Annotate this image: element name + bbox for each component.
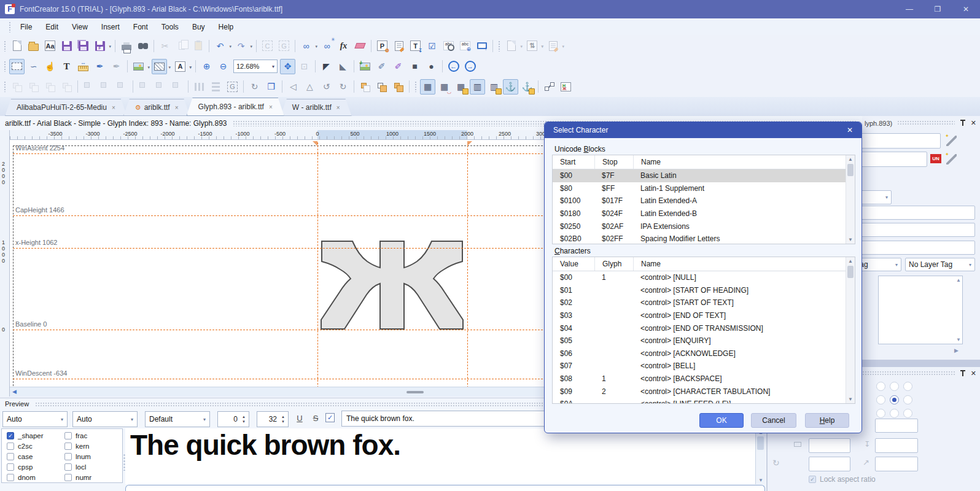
column-header-name[interactable]: Name [633,155,846,169]
font-color-button[interactable]: A▾ [173,59,188,74]
scroll-left-icon[interactable]: ◀ [12,389,17,395]
lock-grid-button[interactable]: ▦ [453,79,469,95]
show-guidelines-button[interactable]: ▥ [470,79,485,95]
feature-checkbox[interactable] [7,453,14,460]
distribute-vertically-button[interactable] [208,79,224,95]
insert-composite-member-button[interactable]: G [225,79,240,95]
spinner-arrows-icon[interactable]: ▲▼ [240,414,249,424]
origin-radio-1-1[interactable] [890,395,899,404]
next-glyph-button[interactable]: → [462,59,478,74]
table-row[interactable]: $02<control> [START OF TEXT] [553,296,846,309]
new-window-button[interactable]: ▾ [504,38,519,53]
feature-locl[interactable]: locl [64,463,86,471]
magic-wand-icon[interactable] [946,154,957,164]
origin-radio-2-2[interactable] [903,409,912,418]
autonaming-button[interactable]: abc [441,38,456,53]
contour-operations-button[interactable] [542,79,557,95]
table-scrollbar[interactable]: ▲▼ [846,155,855,244]
menu-item-buy[interactable]: Buy [185,20,212,34]
menu-item-file[interactable]: File [14,20,39,34]
previous-glyph-button[interactable]: ← [446,59,461,74]
menu-item-view[interactable]: View [65,20,95,34]
feature-kern[interactable]: kern [64,443,89,450]
table-scrollbar[interactable]: ▲▼ [846,257,855,403]
language-combobox[interactable]: Auto▾ [72,411,138,427]
dropdown-caret-icon[interactable]: ▾ [541,44,543,49]
flip-vertical-button[interactable]: △ [302,79,317,95]
formula-button[interactable]: fx [336,38,351,53]
maximize-icon[interactable]: ❐ [924,0,952,18]
zoom-out-button[interactable]: ⊖ [216,59,231,74]
smooth-brush-button[interactable]: ✐ [374,59,389,74]
show-anchors-button[interactable]: ⚓ [503,79,518,95]
strikeout-button[interactable]: S [313,414,319,423]
preview-scrollbar[interactable]: ▲ ▼ [755,428,765,484]
glyph-properties-button[interactable]: P⚙ [375,38,390,53]
background-image-button[interactable]: ▾ [131,59,146,74]
exclude-contours-button[interactable] [391,79,406,95]
close-icon[interactable]: ✕ [952,0,980,18]
form-editor-button[interactable] [391,38,406,53]
table-row[interactable]: $081<control> [BACKSPACE] [553,373,846,385]
align-left-button[interactable] [81,79,96,95]
lock-guidelines-button[interactable]: ▥ [486,79,502,95]
draw-ellipse-button[interactable]: ● [424,59,439,74]
anchors-listbox[interactable]: ▲ ▼ [878,276,963,344]
dropdown-caret-icon[interactable]: ▾ [168,65,171,70]
column-header-glyph[interactable]: Glyph [594,257,633,271]
menu-item-insert[interactable]: Insert [95,20,126,34]
freehand-tool-button[interactable]: ∽ [26,59,41,74]
sort-glyphs-button[interactable]: ⇅▾ [524,38,540,53]
feature-cpsp[interactable]: cpsp [7,463,33,471]
table-row[interactable]: $06<control> [ACKNOWLEDGE] [553,347,846,360]
draw-brush-button[interactable]: ✐ [391,59,406,74]
origin-radio-0-0[interactable] [876,382,885,391]
zoom-rectangle-button[interactable]: ⊡ [297,59,312,74]
feature-lnum[interactable]: lnum [64,453,91,460]
open-font-button[interactable] [26,38,41,53]
tab-alibabapuhuiti-2-65-mediu[interactable]: AlibabaPuHuiTi-2-65-Mediu× [5,99,127,116]
feature-checkbox[interactable] [64,432,72,439]
origin-radio-2-1[interactable] [890,409,899,418]
feature-checkbox[interactable] [7,463,14,471]
find-glyph-button[interactable] [135,38,150,53]
align-right-button[interactable] [114,79,130,95]
scroll-up-icon[interactable]: ▲ [848,258,853,264]
origin-radio-0-1[interactable] [890,382,899,391]
feature-c2sc[interactable]: c2sc [7,443,33,450]
cancel-button[interactable]: Cancel [751,413,796,428]
lock-aspect-checkbox[interactable]: ✓ [809,476,816,483]
layer-tag-dropdown[interactable]: No Layer Tag ▾ [905,258,975,271]
pin-icon[interactable] [960,120,966,127]
dropdown-caret-icon[interactable]: ▾ [109,44,111,49]
scroll-up-icon[interactable]: ▲ [956,277,961,283]
bring-to-front-button[interactable] [9,79,25,95]
align-middle-button[interactable] [153,79,168,95]
table-row[interactable]: $0250$02AFIPA Extensions [553,220,846,233]
test-install-font-button[interactable] [474,38,489,53]
dropdown-caret-icon[interactable]: ▾ [147,65,150,70]
dropdown-caret-icon[interactable]: ▾ [250,44,252,49]
table-row[interactable]: $04<control> [END OF TRANSMISSION] [553,322,846,334]
align-top-button[interactable] [136,79,152,95]
union-contours-button[interactable] [357,79,373,95]
lock-anchors-button[interactable]: ⚓ [519,79,535,95]
vertical-ruler[interactable]: 2 0 0 01 0 0 00 [0,130,10,396]
tab-close-icon[interactable]: × [112,104,115,111]
save-as-button[interactable]: ▾ [92,38,107,53]
print-button[interactable] [119,38,134,53]
origin-radio-1-0[interactable] [876,395,885,404]
column-header-start[interactable]: Start [553,155,594,169]
table-row[interactable]: $00$7FBasic Latin [553,169,846,182]
undo-button[interactable]: ↶▾ [212,38,228,53]
script-combobox[interactable]: Auto▾ [2,411,68,427]
glyph-metrics-box-button[interactable] [558,79,574,95]
feature-shaper[interactable]: ✓_shaper [7,432,44,439]
menu-item-help[interactable]: Help [212,20,241,34]
glyph-outline-zhe[interactable] [321,241,464,330]
dialog-title-bar[interactable]: Select Character ✕ [545,122,861,138]
save-all-button[interactable] [76,38,91,53]
table-row[interactable]: $01<control> [START OF HEADING] [553,284,846,297]
origin-radio-0-2[interactable] [903,382,912,391]
style-combobox[interactable]: Default▾ [145,411,210,427]
